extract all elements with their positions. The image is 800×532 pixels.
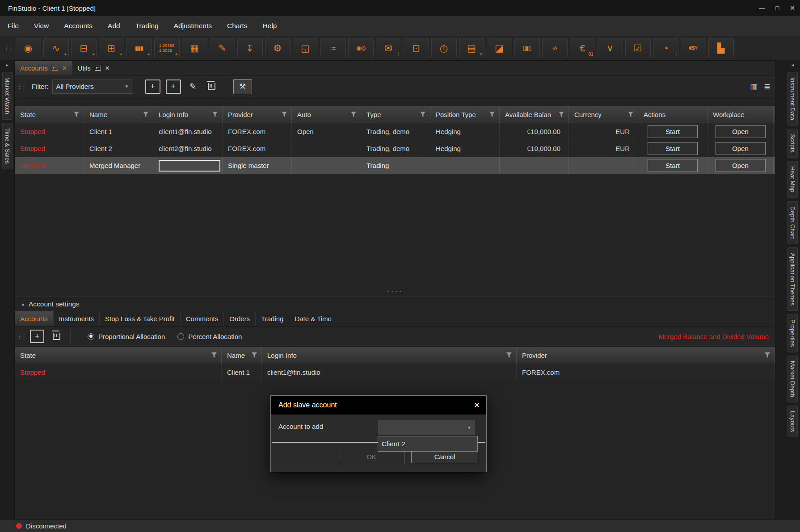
settings-icon[interactable]: ⚙ <box>265 38 291 58</box>
cancel-button[interactable]: Cancel <box>411 450 478 463</box>
right-dock-tab[interactable]: Scripts <box>787 129 798 158</box>
market-bars-icon[interactable]: ▙ <box>708 38 734 58</box>
provider-filter-select[interactable]: All Providers ▼ <box>52 80 133 94</box>
filter-funnel-icon[interactable] <box>351 112 356 117</box>
menu-item[interactable]: Trading <box>128 16 166 36</box>
tab-close-icon[interactable]: ✕ <box>62 65 67 71</box>
column-header[interactable]: Name <box>222 347 262 364</box>
column-header[interactable]: Name <box>84 106 153 123</box>
account-row-merged-manager[interactable]: Stopped Merged Manager Single master Tra… <box>15 157 775 174</box>
menu-item[interactable]: View <box>26 16 56 36</box>
merged-login-input[interactable] <box>159 160 220 172</box>
settings-tab[interactable]: Comments <box>181 311 224 326</box>
column-header[interactable]: Workplace <box>707 106 774 123</box>
left-dock-tab[interactable]: Market Watch <box>2 72 13 120</box>
filter-funnel-icon[interactable] <box>74 112 79 117</box>
traders-icon[interactable]: ◉◎ <box>348 38 374 58</box>
table-view-icon[interactable]: ▦ <box>182 38 207 58</box>
filter-drag-handle[interactable]: ⋮⋮ <box>17 83 25 90</box>
minimize-button[interactable]: — <box>754 0 770 16</box>
remove-slave-button[interactable] <box>49 330 64 343</box>
add-slave-button[interactable]: + <box>30 330 44 343</box>
settings-tab[interactable]: Trading <box>256 311 289 326</box>
chart-shapes-icon[interactable]: ◪ <box>487 38 512 58</box>
column-chooser-icon[interactable]: ▥ <box>750 82 758 92</box>
right-dock-tab[interactable]: Heat Map <box>787 161 798 198</box>
user-account-icon[interactable]: ◉ <box>16 38 41 58</box>
column-header[interactable]: Position Type <box>430 106 500 123</box>
depth-chart-icon[interactable]: ∨ <box>598 38 623 58</box>
ok-button[interactable]: OK <box>338 450 405 463</box>
add-merged-account-button[interactable]: + <box>166 80 181 94</box>
automation-icon[interactable]: ⊡ <box>404 38 429 58</box>
right-dock-tab[interactable]: Application Themes <box>787 247 798 311</box>
data-search-icon[interactable]: € 01 <box>570 38 595 58</box>
start-button[interactable]: Start <box>648 125 698 138</box>
column-header[interactable]: Type <box>361 106 430 123</box>
settings-tab[interactable]: Orders <box>224 311 256 326</box>
right-dock-tab[interactable]: Market Depth <box>787 356 798 402</box>
filter-funnel-icon[interactable] <box>282 112 287 117</box>
code-editor-icon[interactable]: ‹/› <box>542 38 568 58</box>
left-expander-icon[interactable]: ▸ <box>6 62 8 68</box>
dropdown-option[interactable]: Client 2 <box>378 436 477 451</box>
workspace-blocks-icon[interactable]: ◱ <box>293 38 318 58</box>
right-dock-tab[interactable]: Depth Chart <box>787 201 798 244</box>
settings-drag-handle[interactable]: ⋮⋮ <box>17 333 25 340</box>
edit-note-icon[interactable]: ✎ <box>210 38 235 58</box>
column-header[interactable]: Login Info <box>262 347 517 364</box>
menu-item[interactable]: File <box>0 16 26 36</box>
slave-row-client1[interactable]: Stopped Client 1 client1@fin.studio FORE… <box>15 364 775 381</box>
open-workplace-button[interactable]: Open <box>716 125 766 138</box>
menu-item[interactable]: Charts <box>219 16 255 36</box>
filter-funnel-icon[interactable] <box>628 112 633 117</box>
start-button[interactable]: Start <box>648 142 698 155</box>
filter-funnel-icon[interactable] <box>212 112 218 117</box>
new-layout-icon[interactable]: ⊟ + <box>71 38 97 58</box>
menu-item[interactable]: Adjustments <box>166 16 219 36</box>
column-header[interactable]: Actions <box>638 106 707 123</box>
new-quote-icon[interactable]: 1.20356 1.2035 + <box>154 38 180 58</box>
filter-funnel-icon[interactable] <box>420 112 425 117</box>
scheduler-icon[interactable]: ◷ <box>431 38 457 58</box>
currency-exchange-icon[interactable]: €$¥ <box>681 38 706 58</box>
right-expander-icon[interactable]: ◂ <box>792 62 794 68</box>
settings-tab[interactable]: Stop Loss & Take Profit <box>100 311 181 326</box>
filter-funnel-icon[interactable] <box>765 352 770 358</box>
settings-tab[interactable]: Date & Time <box>289 311 337 326</box>
candle-chart-icon[interactable]: ▯▮▯ <box>514 38 540 58</box>
new-bars-icon[interactable]: ▮▮▮ + <box>126 38 152 58</box>
notifications-icon[interactable]: ✉ ! <box>376 38 401 58</box>
maximize-button[interactable]: □ <box>770 0 785 16</box>
column-header[interactable]: Login Info <box>153 106 223 123</box>
open-workplace-button[interactable]: Open <box>716 142 766 155</box>
toolbar-drag-handle[interactable]: ⋮⋮ <box>4 45 13 51</box>
column-header[interactable]: Currency <box>569 106 638 123</box>
account-row-client2[interactable]: Stopped Client 2 client2@fin.studio FORE… <box>15 140 775 157</box>
filter-funnel-icon[interactable] <box>506 352 512 358</box>
filter-funnel-icon[interactable] <box>489 112 495 117</box>
open-workplace-button[interactable]: Open <box>716 159 766 172</box>
group-panel-icon[interactable]: ≣ <box>764 82 771 92</box>
filter-funnel-icon[interactable] <box>252 352 257 358</box>
new-chart-icon[interactable]: ∿ + <box>43 38 69 58</box>
add-account-button[interactable]: + <box>145 80 160 94</box>
splitter-handle[interactable]: ···· <box>15 286 775 296</box>
document-tab[interactable]: Utils ✕ <box>72 61 115 75</box>
account-row-client1[interactable]: Stopped Client 1 client1@fin.studio FORE… <box>15 123 775 140</box>
column-header[interactable]: Available Balan <box>500 106 569 123</box>
filter-funnel-icon[interactable] <box>143 112 148 117</box>
import-icon[interactable]: ↧ <box>237 38 263 58</box>
start-button[interactable]: Start <box>648 159 698 172</box>
column-header[interactable]: State <box>15 106 84 123</box>
left-dock-tab[interactable]: Time & Sales <box>2 123 13 169</box>
document-tab[interactable]: Accounts ✕ <box>15 61 72 75</box>
account-settings-header[interactable]: ▲ Account settings <box>15 297 775 311</box>
right-dock-tab[interactable]: Layouts <box>787 406 798 437</box>
account-to-add-dropdown[interactable]: ▼ <box>378 420 476 435</box>
filter-funnel-icon[interactable] <box>211 352 217 358</box>
reports-icon[interactable]: ▤ ¤ <box>459 38 484 58</box>
proportional-allocation-radio[interactable]: Proportional Allocation <box>88 333 165 340</box>
column-header[interactable]: Provider <box>223 106 292 123</box>
column-header[interactable]: State <box>15 347 222 364</box>
